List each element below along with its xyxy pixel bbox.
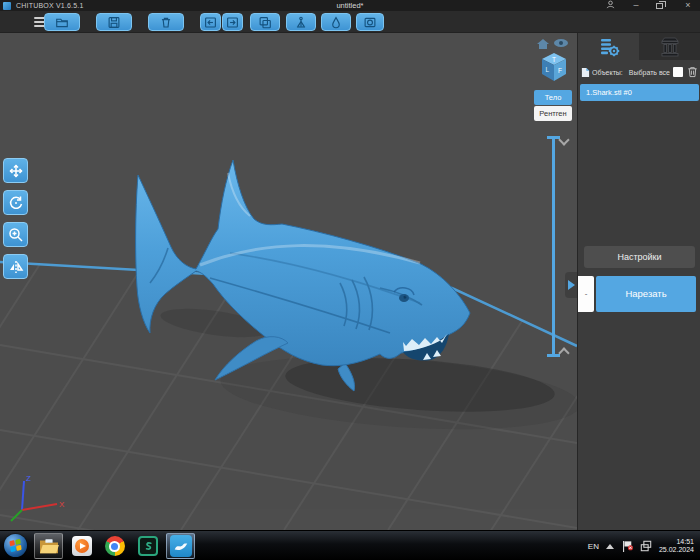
home-view-icon[interactable] bbox=[537, 39, 549, 49]
windows-logo-icon bbox=[9, 539, 21, 552]
undo-button[interactable] bbox=[200, 13, 221, 31]
arrow-right-icon bbox=[568, 280, 575, 290]
settings-button[interactable]: Настройки bbox=[584, 246, 695, 268]
slice-spinner-button[interactable]: - bbox=[578, 276, 594, 312]
layer-slider[interactable] bbox=[552, 138, 555, 355]
windows-taskbar: EN 14:51 25.02.2024 bbox=[0, 530, 700, 560]
redo-icon bbox=[226, 16, 239, 29]
panel-collapse-arrow[interactable] bbox=[565, 272, 577, 298]
view-mode-xray-button[interactable]: Рентген bbox=[534, 106, 572, 121]
mirror-tool-button[interactable] bbox=[3, 254, 28, 279]
trash-icon bbox=[159, 16, 173, 29]
scene: Z X bbox=[0, 33, 577, 530]
save-icon bbox=[107, 16, 121, 29]
rotate-tool-button[interactable] bbox=[3, 190, 28, 215]
delete-button[interactable] bbox=[148, 13, 184, 31]
folder-explorer-icon bbox=[38, 537, 60, 555]
copy-button[interactable] bbox=[250, 13, 280, 31]
chitubox-icon bbox=[170, 535, 192, 557]
folder-open-icon bbox=[55, 16, 69, 29]
clock-date: 25.02.2024 bbox=[659, 546, 694, 555]
object-list-item[interactable]: 1.Shark.stl #0 bbox=[580, 84, 699, 101]
slice-button[interactable]: Нарезать bbox=[596, 276, 696, 312]
slice-settings-icon bbox=[596, 35, 622, 59]
titlebar: CHITUBOX V1.6.5.1 untitled* – × bbox=[0, 0, 700, 11]
taskbar-chrome-button[interactable] bbox=[100, 533, 129, 559]
document-title: untitled* bbox=[0, 1, 700, 10]
screen-app-icon bbox=[138, 536, 158, 556]
support-button[interactable] bbox=[286, 13, 316, 31]
undo-icon bbox=[204, 16, 217, 29]
move-icon bbox=[8, 163, 24, 179]
tab-machine[interactable] bbox=[639, 33, 700, 60]
remote-window-icon[interactable] bbox=[640, 540, 652, 552]
mirror-icon bbox=[8, 259, 24, 275]
axis-z-label: Z bbox=[26, 474, 31, 483]
slider-bottom-cap[interactable] bbox=[547, 354, 560, 357]
taskbar-media-player-button[interactable] bbox=[67, 533, 96, 559]
user-account-icon[interactable] bbox=[604, 0, 616, 12]
axis-indicator: Z X bbox=[11, 474, 65, 521]
trash-icon[interactable] bbox=[687, 66, 698, 78]
chitubox-window: CHITUBOX V1.6.5.1 untitled* – × bbox=[0, 0, 700, 560]
language-indicator[interactable]: EN bbox=[588, 542, 599, 551]
view-mode-body-button[interactable]: Тело bbox=[534, 90, 572, 105]
select-all-label: Выбрать все bbox=[629, 69, 670, 76]
minimize-button[interactable]: – bbox=[630, 0, 642, 11]
machine-pillar-icon bbox=[657, 35, 683, 59]
tray-clock[interactable]: 14:51 25.02.2024 bbox=[659, 538, 696, 555]
start-button[interactable] bbox=[4, 534, 27, 557]
copy-icon bbox=[258, 16, 272, 29]
right-panel: Объекты: Выбрать все 1.Shark.stl #0 Наст… bbox=[577, 33, 700, 530]
scale-tool-button[interactable] bbox=[3, 222, 28, 247]
cube-front-label: F bbox=[558, 67, 562, 74]
hollow-button[interactable] bbox=[321, 13, 351, 31]
axis-x-label: X bbox=[59, 500, 65, 509]
hollow-droplet-icon bbox=[329, 16, 343, 29]
dig-hole-button[interactable] bbox=[356, 13, 384, 31]
maximize-button[interactable] bbox=[656, 3, 668, 9]
redo-button[interactable] bbox=[222, 13, 243, 31]
scale-magnifier-icon bbox=[8, 227, 24, 243]
close-button[interactable]: × bbox=[682, 0, 694, 11]
taskbar-chitubox-button[interactable] bbox=[166, 533, 195, 559]
cube-top-label: T bbox=[552, 56, 556, 63]
viewport-3d-canvas[interactable]: Z X bbox=[0, 33, 577, 530]
move-tool-button[interactable] bbox=[3, 158, 28, 183]
tab-slice-settings[interactable] bbox=[578, 33, 639, 60]
dig-hole-icon bbox=[363, 16, 377, 29]
view-cube[interactable]: T L F bbox=[542, 53, 566, 81]
eye-visibility-icon[interactable] bbox=[554, 39, 568, 47]
chrome-icon bbox=[105, 536, 125, 556]
action-center-flag-icon[interactable] bbox=[621, 540, 633, 553]
objects-label: Объекты: bbox=[592, 69, 623, 76]
select-all-checkbox[interactable] bbox=[673, 67, 683, 77]
open-file-button[interactable] bbox=[44, 13, 80, 31]
taskbar-explorer-button[interactable] bbox=[34, 533, 63, 559]
document-icon bbox=[581, 67, 590, 78]
rotate-icon bbox=[8, 195, 24, 211]
taskbar-screen-app-button[interactable] bbox=[133, 533, 162, 559]
support-icon bbox=[294, 16, 308, 29]
save-button[interactable] bbox=[96, 13, 132, 31]
media-player-icon bbox=[72, 536, 92, 556]
tray-expand-arrow-icon[interactable] bbox=[606, 544, 614, 549]
main-toolbar bbox=[0, 11, 700, 33]
cube-left-label: L bbox=[546, 66, 550, 73]
clock-time: 14:51 bbox=[659, 538, 694, 547]
shark-model[interactable] bbox=[136, 160, 470, 391]
